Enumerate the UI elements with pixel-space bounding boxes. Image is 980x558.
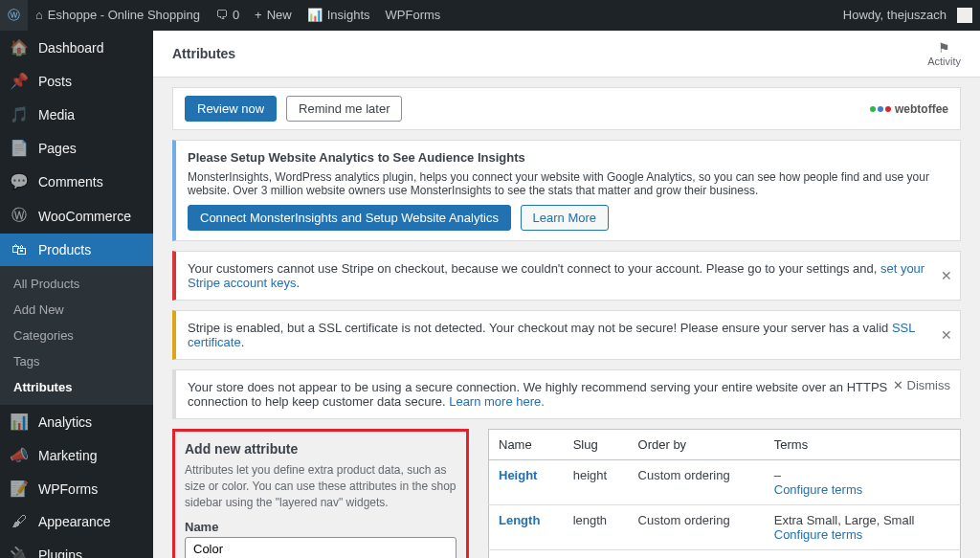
submenu-add-new[interactable]: Add New	[0, 297, 153, 323]
connect-monsterinsights-button[interactable]: Connect MonsterInsights and Setup Websit…	[188, 205, 511, 231]
plug-icon: 🔌	[10, 546, 29, 558]
monsterinsights-notice: Please Setup Website Analytics to See Au…	[172, 140, 961, 241]
menu-wpforms[interactable]: 📝WPForms	[0, 472, 153, 505]
admin-bar: ⓦ ⌂Eshoppe - Online Shopping 🗨0 +New 📊In…	[0, 0, 980, 31]
insights-link[interactable]: 📊Insights	[300, 0, 378, 31]
stripe-keys-notice: Your customers cannot use Stripe on chec…	[172, 251, 961, 301]
attributes-table: Name Slug Order by Terms Height height C…	[488, 429, 961, 558]
th-name: Name	[489, 430, 564, 460]
activity-button[interactable]: ⚑Activity	[927, 40, 961, 67]
menu-posts[interactable]: 📌Posts	[0, 64, 153, 98]
comment-icon: 🗨	[215, 0, 228, 31]
form-heading: Add new attribute	[185, 441, 457, 457]
menu-analytics[interactable]: 📊Analytics	[0, 405, 153, 438]
dashboard-icon: 🏠	[10, 38, 29, 56]
form-intro: Attributes let you define extra product …	[185, 462, 457, 510]
insights-title: Please Setup Website Analytics to See Au…	[188, 150, 948, 165]
product-icon: 🛍	[10, 241, 29, 258]
add-attribute-form: Add new attribute Attributes let you def…	[172, 429, 469, 558]
name-label: Name	[185, 520, 457, 534]
form-icon: 📝	[10, 480, 29, 498]
brush-icon: 🖌	[10, 513, 29, 530]
menu-appearance[interactable]: 🖌Appearance	[0, 505, 153, 538]
secure-connection-notice: Your store does not appear to be using a…	[172, 369, 961, 419]
dismiss-button[interactable]: ✕	[941, 327, 952, 343]
submenu-all-products[interactable]: All Products	[0, 271, 153, 297]
menu-dashboard[interactable]: 🏠Dashboard	[0, 31, 153, 64]
configure-terms-link[interactable]: Configure terms	[774, 482, 950, 497]
submenu-tags[interactable]: Tags	[0, 348, 153, 374]
dismiss-button[interactable]: ✕	[941, 268, 952, 283]
new-content-link[interactable]: +New	[247, 0, 300, 31]
configure-terms-link[interactable]: Configure terms	[774, 527, 950, 542]
attribute-name-link[interactable]: Height	[499, 468, 537, 482]
page-header: Attributes ⚑Activity	[153, 31, 980, 78]
wp-logo[interactable]: ⓦ	[0, 0, 28, 31]
analytics-icon: 📊	[10, 413, 29, 431]
insights-body: MonsterInsights, WordPress analytics plu…	[188, 170, 948, 197]
review-now-button[interactable]: Review now	[185, 96, 277, 122]
page-icon: 📄	[10, 139, 29, 157]
home-icon: ⌂	[35, 0, 43, 31]
table-row: Length length Custom ordering Extra Smal…	[489, 505, 961, 550]
flag-icon: ⚑	[927, 40, 961, 56]
secure-learn-more-link[interactable]: Learn more here.	[449, 394, 545, 409]
pin-icon: 📌	[10, 72, 29, 90]
admin-menu: 🏠Dashboard 📌Posts 🎵Media 📄Pages 💬Comment…	[0, 31, 153, 558]
name-input[interactable]	[185, 537, 457, 558]
menu-plugins[interactable]: 🔌Plugins	[0, 538, 153, 558]
th-terms: Terms	[765, 430, 961, 460]
menu-comments[interactable]: 💬Comments	[0, 165, 153, 198]
comment-icon: 💬	[10, 172, 29, 190]
chart-icon: 📊	[307, 0, 323, 31]
review-notice: Review now Remind me later webtoffee	[172, 87, 961, 130]
page-title: Attributes	[172, 46, 235, 61]
wordpress-icon: ⓦ	[8, 0, 20, 31]
menu-marketing[interactable]: 📣Marketing	[0, 438, 153, 472]
submenu-attributes[interactable]: Attributes	[0, 374, 153, 400]
wpforms-link[interactable]: WPForms	[378, 0, 449, 31]
menu-pages[interactable]: 📄Pages	[0, 131, 153, 165]
menu-products[interactable]: 🛍Products	[0, 234, 153, 266]
attribute-name-link[interactable]: Length	[499, 513, 540, 527]
site-name-link[interactable]: ⌂Eshoppe - Online Shopping	[28, 0, 208, 31]
account-menu[interactable]: Howdy, thejuszach	[835, 0, 980, 31]
dismiss-link[interactable]: ✕ Dismiss	[893, 378, 950, 392]
table-row: Height height Custom ordering –Configure…	[489, 460, 961, 505]
ssl-notice: Stripe is enabled, but a SSL certificate…	[172, 310, 961, 360]
remind-later-button[interactable]: Remind me later	[286, 96, 402, 122]
plus-icon: +	[255, 0, 262, 31]
learn-more-button[interactable]: Learn More	[521, 205, 609, 231]
woo-icon: Ⓦ	[10, 206, 29, 226]
menu-woocommerce[interactable]: ⓌWooCommerce	[0, 198, 153, 234]
avatar	[957, 8, 972, 23]
megaphone-icon: 📣	[10, 446, 29, 464]
media-icon: 🎵	[10, 105, 29, 123]
comments-link[interactable]: 🗨0	[208, 0, 247, 31]
products-submenu: All Products Add New Categories Tags Att…	[0, 266, 153, 405]
submenu-categories[interactable]: Categories	[0, 323, 153, 348]
menu-media[interactable]: 🎵Media	[0, 98, 153, 131]
th-order: Order by	[629, 430, 765, 460]
webtoffee-brand: webtoffee	[870, 102, 948, 116]
th-slug: Slug	[564, 430, 629, 460]
table-row: Size size Custom ordering –Configure ter…	[489, 550, 961, 559]
